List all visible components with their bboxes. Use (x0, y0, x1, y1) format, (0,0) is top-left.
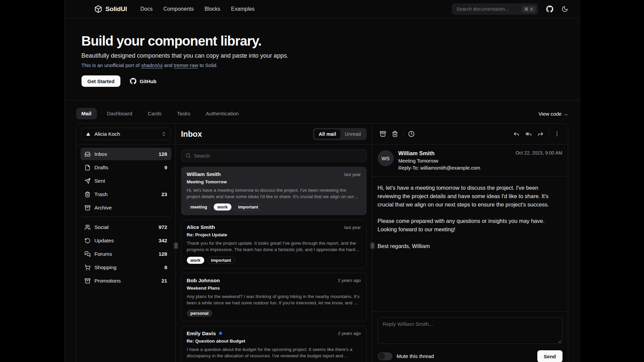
get-started-button[interactable]: Get Started (82, 75, 121, 87)
sidebar-item-shopping[interactable]: Shopping 8 (80, 261, 171, 274)
hero-subtitle: Beautifully designed components that you… (82, 52, 563, 59)
tag-badge[interactable]: personal (187, 310, 212, 317)
filter-unread[interactable]: Unread (340, 129, 365, 139)
nav-link-examples[interactable]: Examples (231, 6, 255, 12)
tab-authentication[interactable]: Authentication (200, 108, 244, 119)
email-body-paragraph: Best regards, William (378, 242, 562, 250)
send-button[interactable]: Send (537, 350, 562, 362)
hero-port-line: This is an unofficial port of shadcn/ui … (82, 62, 563, 68)
mail-search-input[interactable]: Search (181, 149, 367, 162)
sidebar-item-label: Shopping (95, 264, 117, 270)
email-list-item[interactable]: William Smithlast year Meeting Tomorrow … (181, 167, 367, 215)
detail-date: Oct 22, 2023, 9:00 AM (516, 150, 562, 171)
sidebar-item-promotions[interactable]: Promotions 21 (80, 275, 171, 287)
email-subject: Re: Question about Budget (187, 339, 361, 344)
nav-link-blocks[interactable]: Blocks (205, 6, 220, 12)
reply-all-icon[interactable] (523, 128, 535, 140)
tab-mail[interactable]: Mail (76, 108, 97, 119)
sidebar-item-label: Updates (95, 238, 114, 244)
folder-count: 972 (159, 224, 167, 230)
filter-all-mail[interactable]: All mail (314, 129, 340, 139)
nav-link-docs[interactable]: Docs (141, 6, 153, 12)
file-icon (85, 165, 91, 171)
folder-count: 8 (164, 264, 167, 270)
email-sender: William Smith (187, 171, 221, 177)
more-vertical-icon[interactable] (551, 128, 563, 140)
trash-icon (85, 191, 91, 197)
detail-header: WS William Smith Meeting Tomorrow Reply-… (372, 144, 568, 176)
update-icon (85, 238, 91, 244)
tab-tasks[interactable]: Tasks (172, 108, 196, 119)
sidebar-item-archive[interactable]: Archive (80, 201, 171, 214)
brand[interactable]: SolidUI (94, 5, 127, 13)
github-button[interactable]: GitHub (125, 75, 161, 87)
tab-dashboard[interactable]: Dashboard (102, 108, 138, 119)
github-icon[interactable] (546, 5, 553, 13)
email-list-item[interactable]: Bob Johnson2 years ago Weekend Plans Any… (181, 273, 367, 321)
folder-count: 23 (161, 191, 167, 197)
panel-resize-handle[interactable] (174, 242, 178, 249)
top-nav: SolidUI Docs Components Blocks Examples … (65, 0, 580, 18)
tag-badge[interactable]: important (234, 203, 262, 210)
messages-icon (85, 251, 91, 257)
sidebar-item-sent[interactable]: Sent (80, 175, 171, 187)
reply-textarea[interactable] (378, 317, 562, 344)
resize-grip-icon[interactable] (558, 340, 561, 343)
archive-icon[interactable] (377, 128, 389, 140)
email-list-item[interactable]: Emily Davis2 years ago Re: Question abou… (181, 326, 367, 362)
shadcn-link[interactable]: shadcn/ui (141, 62, 163, 68)
snooze-icon[interactable] (406, 128, 418, 140)
email-body: Hi, let's have a meeting tomorrow to dis… (372, 177, 568, 257)
email-subject: Meeting Tomorrow (187, 179, 361, 184)
tag-badge[interactable]: work (187, 257, 204, 264)
detail-reply-to: Reply-To: williamsmith@example.com (398, 165, 480, 171)
forward-icon[interactable] (535, 128, 547, 140)
email-tags: personal (187, 310, 361, 317)
moon-icon[interactable] (561, 6, 568, 12)
panel-resize-handle[interactable] (370, 242, 375, 249)
trash-icon[interactable] (389, 128, 401, 140)
detail-toolbar (372, 124, 568, 144)
account-name: Alicia Koch (95, 131, 120, 137)
sidebar-item-updates[interactable]: Updates 342 (80, 234, 171, 247)
sidebar-item-label: Promotions (95, 278, 121, 284)
cube-logo-icon (94, 5, 102, 13)
mute-toggle[interactable] (378, 352, 392, 360)
tag-badge[interactable]: meeting (187, 203, 211, 210)
folder-count: 128 (159, 151, 167, 157)
sidebar-item-forums[interactable]: Forums 128 (80, 248, 171, 260)
tremor-link[interactable]: tremor-raw (174, 62, 198, 68)
avatar: WS (378, 150, 394, 166)
reply-icon[interactable] (511, 128, 523, 140)
folder-count: 9 (164, 165, 167, 171)
email-preview: I have a question about the budget for t… (187, 346, 361, 359)
tag-badge[interactable]: important (207, 257, 235, 264)
email-sender: Alice Smith (187, 224, 215, 230)
sidebar-item-label: Inbox (95, 151, 107, 157)
email-list: William Smithlast year Meeting Tomorrow … (176, 167, 372, 362)
email-list-item[interactable]: Alice Smithlast year Re: Project Update … (181, 220, 367, 268)
sidebar-item-trash[interactable]: Trash 23 (80, 188, 171, 200)
sidebar-item-label: Drafts (95, 165, 108, 171)
account-switcher[interactable]: Alicia Koch (81, 128, 171, 140)
view-code-link[interactable]: View code → (538, 111, 568, 117)
divider (549, 130, 549, 138)
email-subject: Re: Project Update (187, 232, 361, 237)
email-sender: Emily Davis (187, 330, 216, 337)
nav-link-components[interactable]: Components (163, 6, 194, 12)
divider (403, 130, 404, 138)
folder-count: 128 (159, 251, 167, 257)
doc-search-input[interactable]: Search documentation... ⌘ K (452, 3, 538, 15)
search-icon (185, 153, 191, 158)
mail-example-card: Alicia Koch Inbox 128 Draf (76, 123, 568, 362)
sidebar-item-label: Forums (95, 251, 112, 257)
sidebar-item-drafts[interactable]: Drafts 9 (80, 161, 171, 174)
sidebar-item-inbox[interactable]: Inbox 128 (80, 148, 171, 160)
tag-badge[interactable]: work (214, 203, 231, 210)
detail-subject: Meeting Tomorrow (398, 158, 480, 164)
tab-cards[interactable]: Cards (142, 108, 167, 119)
search-wrap: Search (176, 144, 372, 167)
sidebar-item-social[interactable]: Social 972 (80, 221, 171, 233)
hero-section: Build your component library. Beautifull… (65, 18, 580, 101)
hero-actions: Get Started GitHub (82, 75, 563, 87)
